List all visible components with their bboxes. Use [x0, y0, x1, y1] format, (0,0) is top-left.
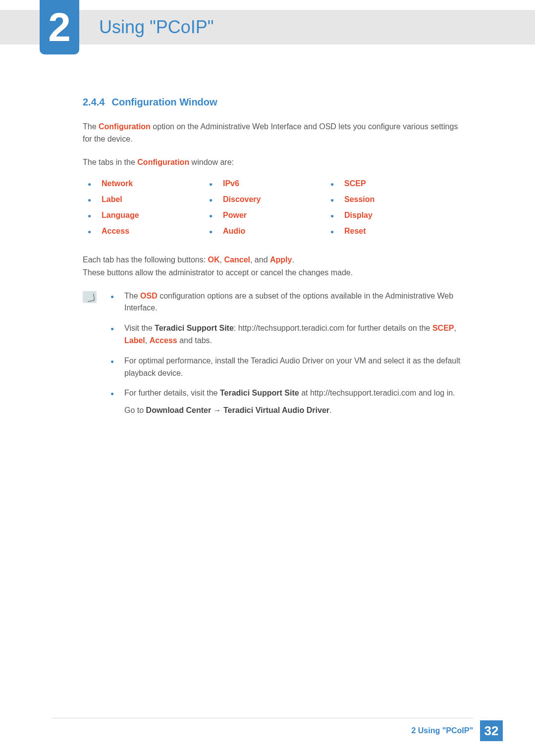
bullet-icon: ●	[325, 228, 344, 235]
tab-item: ●Language	[83, 211, 204, 220]
buttons-paragraph: Each tab has the following buttons: OK, …	[83, 253, 469, 279]
tab-item: ●Audio	[204, 227, 325, 236]
bullet-icon: ●	[83, 181, 102, 188]
tab-label: Access	[102, 227, 129, 236]
tab-label: Discovery	[223, 195, 261, 204]
header-bar	[0, 10, 535, 45]
intro-paragraph-2: The tabs in the Configuration window are…	[83, 156, 469, 169]
content-area: 2.4.4Configuration Window The Configurat…	[83, 97, 469, 425]
note-item: ● Visit the Teradici Support Site: http:…	[106, 322, 469, 347]
keyword-scep: SCEP	[432, 324, 454, 332]
note-icon	[83, 291, 97, 303]
button-name-ok: OK	[208, 255, 220, 264]
bullet-icon: ●	[204, 197, 223, 203]
tab-item: ●Access	[83, 227, 204, 236]
chapter-badge: 2	[40, 0, 79, 54]
section-number: 2.4.4	[83, 97, 105, 107]
tab-item: ●Reset	[325, 227, 447, 236]
bullet-icon: ●	[83, 228, 102, 235]
bullet-icon: ●	[106, 355, 124, 366]
tab-label: Label	[102, 195, 122, 204]
tab-item: ●Label	[83, 195, 204, 204]
bullet-icon: ●	[106, 290, 124, 302]
tabs-column-1: ●Network ●Label ●Language ●Access	[83, 179, 204, 243]
footer-divider	[52, 718, 473, 718]
intro-paragraph-1: The Configuration option on the Administ…	[83, 121, 469, 146]
bullet-icon: ●	[325, 181, 344, 188]
tabs-list: ●Network ●Label ●Language ●Access ●IPv6 …	[83, 179, 469, 243]
section-title: Configuration Window	[111, 97, 217, 107]
tab-label: IPv6	[223, 179, 239, 188]
keyword-teradici-support: Teradici Support Site	[220, 389, 299, 397]
tab-label: Language	[102, 211, 139, 220]
tab-label: Audio	[223, 227, 245, 236]
bullet-icon: ●	[106, 322, 124, 334]
button-name-cancel: Cancel	[224, 255, 250, 264]
keyword-teradici-audio-driver: Teradici Virtual Audio Driver	[223, 406, 329, 414]
keyword-download-center: Download Center	[146, 406, 212, 414]
tab-label: Power	[223, 211, 247, 220]
note-subline: Go to Download Center → Teradici Virtual…	[124, 404, 469, 417]
note-text: For optimal performance, install the Ter…	[124, 355, 469, 380]
bullet-icon: ●	[204, 212, 223, 219]
chapter-number: 2	[48, 4, 71, 50]
keyword-osd: OSD	[140, 292, 158, 300]
tab-item: ●Display	[325, 211, 447, 220]
arrow-right-icon: →	[211, 406, 223, 414]
keyword-access: Access	[150, 336, 177, 345]
bullet-icon: ●	[204, 228, 223, 235]
tab-item: ●Network	[83, 179, 204, 188]
keyword-configuration: Configuration	[137, 158, 189, 166]
tabs-column-2: ●IPv6 ●Discovery ●Power ●Audio	[204, 179, 325, 243]
bullet-icon: ●	[106, 387, 124, 399]
tab-item: ●SCEP	[325, 179, 447, 188]
note-item: ● For further details, visit the Teradic…	[106, 387, 469, 417]
bullet-icon: ●	[83, 197, 102, 203]
footer: 2 Using "PCoIP" 32	[411, 720, 503, 741]
tab-item: ●IPv6	[204, 179, 325, 188]
bullet-icon: ●	[325, 212, 344, 219]
tab-item: ●Power	[204, 211, 325, 220]
footer-text: 2 Using "PCoIP"	[411, 726, 473, 735]
keyword-label: Label	[124, 336, 145, 345]
tab-label: Network	[102, 179, 133, 188]
keyword-teradici-support: Teradici Support Site	[155, 324, 234, 332]
tab-item: ●Session	[325, 195, 447, 204]
keyword-configuration: Configuration	[99, 122, 151, 131]
section-heading: 2.4.4Configuration Window	[83, 97, 469, 108]
bullet-icon: ●	[83, 212, 102, 219]
header-title: Using "PCoIP"	[99, 17, 214, 38]
note-list: ● The OSD configuration options are a su…	[106, 290, 469, 425]
note-block: ● The OSD configuration options are a su…	[83, 290, 469, 425]
button-name-apply: Apply	[270, 255, 292, 264]
note-item: ● The OSD configuration options are a su…	[106, 290, 469, 315]
bullet-icon: ●	[204, 181, 223, 188]
bullet-icon: ●	[325, 197, 344, 203]
tab-item: ●Discovery	[204, 195, 325, 204]
tab-label: Reset	[344, 227, 366, 236]
tabs-column-3: ●SCEP ●Session ●Display ●Reset	[325, 179, 447, 243]
tab-label: Session	[344, 195, 374, 204]
note-item: ● For optimal performance, install the T…	[106, 355, 469, 380]
footer-page-number: 32	[480, 720, 503, 741]
tab-label: SCEP	[344, 179, 366, 188]
tab-label: Display	[344, 211, 373, 220]
